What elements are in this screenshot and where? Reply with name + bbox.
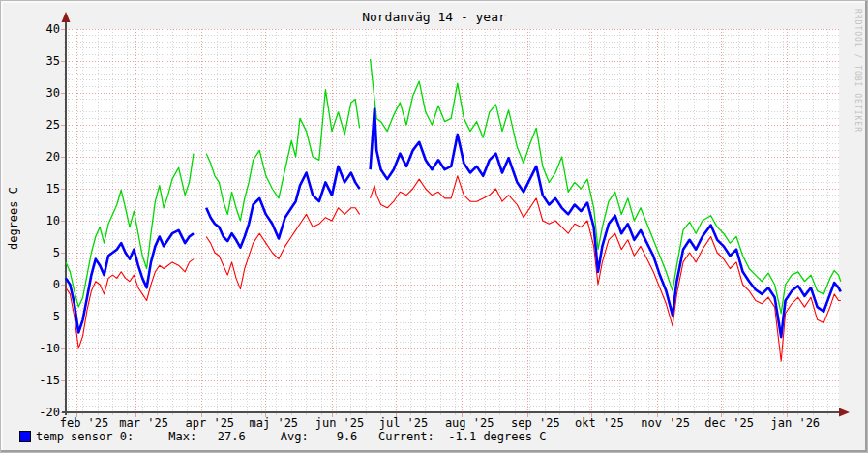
x-tick-label: feb '25 bbox=[60, 416, 109, 430]
y-tick-label: -20 bbox=[19, 406, 60, 419]
x-tick-label: dec '25 bbox=[704, 416, 754, 430]
rrdtool-graph: Nordanväg 14 - year degrees C 4035302520… bbox=[0, 0, 868, 453]
y-tick-label: 25 bbox=[19, 118, 60, 132]
y-tick-label: 40 bbox=[19, 22, 60, 36]
y-tick-label: 20 bbox=[19, 150, 60, 164]
x-axis-arrow-icon bbox=[839, 408, 850, 417]
legend-row: temp sensor 0: Max: 27.6 Avg: 9.6 Curren… bbox=[20, 430, 546, 443]
rrdtool-watermark: RRDTOOL / TOBI OETIKER bbox=[853, 9, 862, 133]
x-tick-label: aug '25 bbox=[445, 416, 494, 430]
y-axis-label: degrees C bbox=[7, 187, 20, 250]
legend-text: temp sensor 0: Max: 27.6 Avg: 9.6 Curren… bbox=[36, 431, 546, 442]
x-tick-label: mar '25 bbox=[119, 416, 168, 430]
y-tick-label: 30 bbox=[19, 86, 60, 100]
plot-canvas bbox=[1, 1, 868, 453]
y-tick-label: -10 bbox=[19, 342, 60, 355]
y-tick-label: 35 bbox=[19, 54, 60, 68]
x-tick-label: apr '25 bbox=[186, 416, 235, 430]
x-tick-label: okt '25 bbox=[575, 416, 624, 430]
x-tick-label: jul '25 bbox=[379, 416, 429, 430]
x-tick-label: jun '25 bbox=[315, 416, 365, 430]
y-tick-label: 15 bbox=[19, 182, 60, 196]
y-tick-label: 0 bbox=[19, 278, 60, 291]
x-tick-label: nov '25 bbox=[641, 416, 690, 430]
y-axis-arrow-icon bbox=[62, 12, 71, 22]
x-tick-label: jan '26 bbox=[771, 416, 821, 430]
y-tick-label: 10 bbox=[19, 214, 60, 227]
legend-swatch-icon bbox=[20, 432, 30, 441]
x-tick-label: sep '25 bbox=[511, 416, 560, 430]
x-tick-label: maj '25 bbox=[250, 416, 299, 430]
y-tick-label: 5 bbox=[19, 246, 60, 259]
y-tick-label: -5 bbox=[19, 310, 60, 323]
y-tick-label: -15 bbox=[19, 374, 60, 387]
